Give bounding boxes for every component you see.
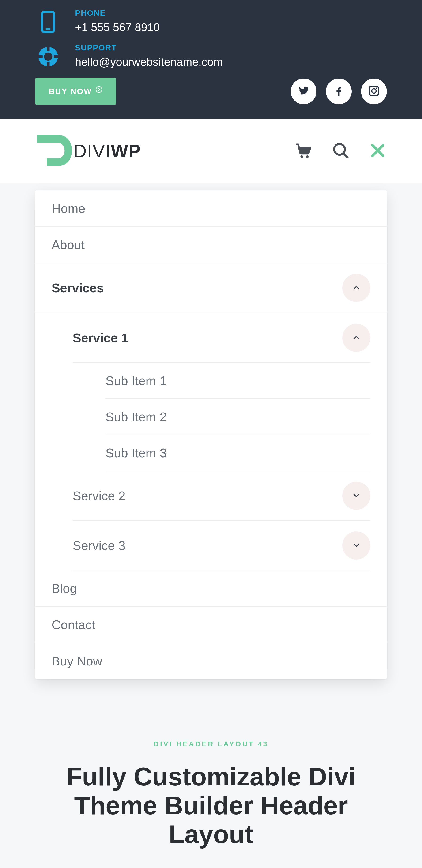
topbar: PHONE +1 555 567 8910 SUPPORT hello@your… [0, 0, 422, 119]
svg-point-12 [300, 155, 303, 158]
menu-item-buy-now[interactable]: Buy Now [35, 643, 387, 679]
menu-item-sub-1[interactable]: Sub Item 1 [35, 363, 387, 399]
svg-point-11 [376, 87, 378, 89]
arrow-right-icon [95, 86, 102, 93]
collapse-toggle[interactable] [342, 324, 370, 352]
search-icon [332, 141, 350, 161]
svg-rect-7 [54, 55, 59, 58]
menu-label: Contact [52, 617, 95, 632]
buy-now-button[interactable]: BUY NOW [35, 78, 116, 105]
menu-label: Sub Item 1 [106, 373, 167, 388]
menu-item-contact[interactable]: Contact [35, 607, 387, 643]
logo-text-b: WP [111, 141, 141, 161]
social-links [291, 79, 387, 104]
phone-value[interactable]: +1 555 567 8910 [75, 21, 387, 34]
menu-item-blog[interactable]: Blog [35, 570, 387, 607]
eyebrow: DIVI HEADER LAYOUT 43 [47, 740, 375, 748]
menu-wrap: Home About Services Service 1 Sub Item 1 [0, 190, 422, 688]
menu-item-service-1[interactable]: Service 1 [35, 313, 387, 363]
search-button[interactable] [332, 142, 350, 160]
hero-subtitle: Lorem ipsum dolor sit amet, consectetur … [47, 865, 375, 868]
svg-line-15 [344, 154, 348, 157]
svg-point-3 [44, 53, 52, 61]
chevron-down-icon [352, 489, 361, 503]
mobile-menu: Home About Services Service 1 Sub Item 1 [35, 190, 387, 679]
hero-title: Fully Customizable Divi Theme Builder He… [47, 762, 375, 849]
svg-rect-4 [47, 46, 50, 51]
twitter-link[interactable] [291, 79, 316, 104]
chevron-down-icon [352, 538, 361, 553]
buy-now-label: BUY NOW [49, 87, 92, 96]
menu-item-services[interactable]: Services [35, 263, 387, 313]
svg-rect-5 [47, 62, 50, 67]
collapse-toggle[interactable] [342, 274, 370, 302]
menu-label: Service 1 [73, 331, 128, 345]
close-icon [368, 141, 387, 161]
phone-label: PHONE [75, 8, 387, 18]
chevron-up-icon [352, 281, 361, 295]
twitter-icon [297, 85, 310, 98]
menu-item-sub-2[interactable]: Sub Item 2 [35, 399, 387, 435]
menu-item-about[interactable]: About [35, 227, 387, 263]
expand-toggle[interactable] [342, 531, 370, 560]
support-label: SUPPORT [75, 43, 387, 52]
svg-point-13 [306, 155, 309, 158]
menu-item-service-2[interactable]: Service 2 [35, 471, 387, 521]
cart-icon [295, 141, 313, 161]
header-icons [295, 142, 387, 160]
svg-rect-9 [369, 86, 379, 96]
instagram-link[interactable] [361, 79, 387, 104]
menu-label: Service 3 [73, 538, 125, 553]
chevron-up-icon [352, 331, 361, 345]
header-bar: DIVIWP [0, 119, 422, 183]
phone-icon [35, 8, 61, 33]
menu-close-button[interactable] [368, 142, 387, 160]
facebook-icon [332, 85, 345, 98]
menu-label: Sub Item 2 [106, 409, 167, 424]
menu-label: About [52, 238, 85, 252]
menu-label: Services [52, 281, 103, 295]
menu-label: Blog [52, 581, 77, 596]
menu-label: Home [52, 201, 85, 216]
logo-text-a: DIVI [73, 141, 111, 161]
svg-rect-1 [46, 28, 51, 30]
menu-label: Buy Now [52, 654, 102, 668]
support-value[interactable]: hello@yourwebsitename.com [75, 56, 387, 68]
page-content: DIVI HEADER LAYOUT 43 Fully Customizable… [37, 740, 385, 868]
cart-button[interactable] [295, 142, 313, 160]
phone-row: PHONE +1 555 567 8910 [35, 8, 387, 34]
menu-label: Service 2 [73, 489, 125, 503]
svg-point-10 [372, 89, 376, 93]
topbar-actions: BUY NOW [35, 78, 387, 105]
expand-toggle[interactable] [342, 482, 370, 510]
support-text: SUPPORT hello@yourwebsitename.com [75, 43, 387, 68]
menu-item-service-3[interactable]: Service 3 [35, 521, 387, 570]
logo-text: DIVIWP [73, 141, 141, 162]
facebook-link[interactable] [326, 79, 352, 104]
menu-item-home[interactable]: Home [35, 190, 387, 227]
menu-item-sub-3[interactable]: Sub Item 3 [35, 435, 387, 471]
svg-rect-6 [37, 55, 42, 58]
svg-point-8 [96, 87, 102, 92]
support-row: SUPPORT hello@yourwebsitename.com [35, 43, 387, 68]
phone-text: PHONE +1 555 567 8910 [75, 8, 387, 34]
menu-label: Sub Item 3 [106, 445, 167, 460]
logo-mark-icon [35, 133, 74, 169]
site-logo[interactable]: DIVIWP [35, 133, 141, 169]
instagram-icon [368, 85, 380, 98]
support-icon [35, 43, 61, 68]
